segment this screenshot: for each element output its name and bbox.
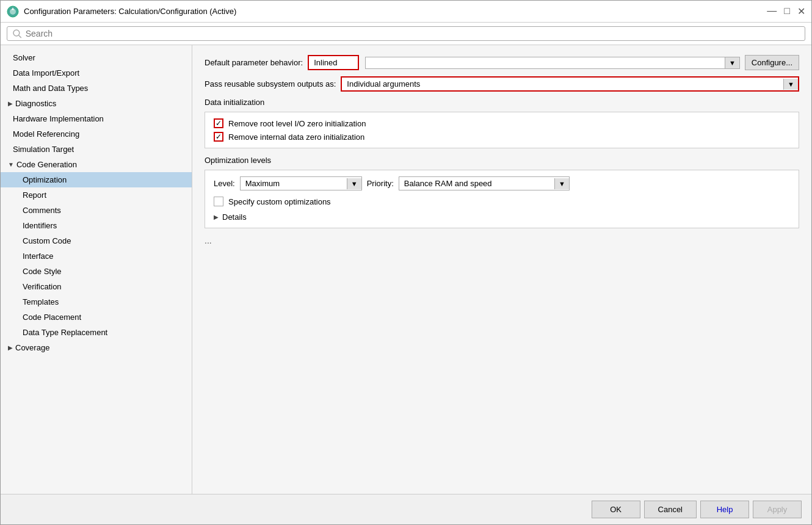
code-generation-label: Code Generation <box>16 160 77 169</box>
sidebar-item-hardware-implementation[interactable]: Hardware Implementation <box>1 111 192 126</box>
param-behavior-label: Default parameter behavior: <box>205 58 303 67</box>
title-bar-left: Configuration Parameters: Calculation/Co… <box>7 5 236 18</box>
title-bar: Configuration Parameters: Calculation/Co… <box>1 1 811 23</box>
checkbox2-label: Remove internal data zero initialization <box>228 132 364 142</box>
sidebar-item-identifiers[interactable]: Identifiers <box>1 218 192 233</box>
svg-point-2 <box>13 30 20 36</box>
priority-value: Balance RAM and speed <box>399 177 554 190</box>
sidebar-item-optimization[interactable]: Optimization <box>1 172 192 187</box>
help-button[interactable]: Help <box>700 501 749 518</box>
content-panel: Default parameter behavior: Inlined ▼ Co… <box>192 45 811 494</box>
ellipsis: ... <box>205 236 799 245</box>
main-content: Solver Data Import/Export Math and Data … <box>1 45 811 494</box>
search-wrapper <box>7 26 805 41</box>
sidebar: Solver Data Import/Export Math and Data … <box>1 45 192 494</box>
sidebar-item-code-placement[interactable]: Code Placement <box>1 310 192 325</box>
app-icon <box>7 5 19 18</box>
sidebar-item-interface[interactable]: Interface <box>1 248 192 264</box>
pass-subsystem-value: Individual arguments <box>342 78 783 90</box>
sidebar-item-solver[interactable]: Solver <box>1 50 192 65</box>
close-button[interactable]: ✕ <box>797 5 805 17</box>
code-generation-triangle: ▼ <box>8 161 14 168</box>
main-window: Configuration Parameters: Calculation/Co… <box>0 0 812 525</box>
window-title: Configuration Parameters: Calculation/Co… <box>24 7 236 16</box>
pass-subsystem-dropdown-btn[interactable]: ▼ <box>783 79 798 90</box>
param-behavior-extra <box>366 61 725 65</box>
pass-subsystem-dropdown[interactable]: Individual arguments ▼ <box>341 76 799 92</box>
details-row[interactable]: ▶ Details <box>214 212 790 222</box>
sidebar-item-report[interactable]: Report <box>1 187 192 203</box>
sidebar-item-data-type-replacement[interactable]: Data Type Replacement <box>1 325 192 340</box>
param-behavior-dropdown-btn[interactable]: ▼ <box>725 57 739 68</box>
custom-opt-label: Specify custom optimizations <box>228 197 331 206</box>
sidebar-item-verification[interactable]: Verification <box>1 279 192 294</box>
svg-line-3 <box>19 35 21 38</box>
level-label: Level: <box>214 179 235 188</box>
level-dropdown[interactable]: Maximum ▼ <box>240 176 362 190</box>
data-init-title: Data initialization <box>205 98 799 107</box>
search-bar <box>1 23 811 45</box>
opt-levels-title: Optimization levels <box>205 156 799 165</box>
priority-dropdown[interactable]: Balance RAM and speed ▼ <box>399 176 570 190</box>
priority-label: Priority: <box>367 179 394 188</box>
checkbox2[interactable] <box>214 132 223 142</box>
sidebar-item-data-import-export[interactable]: Data Import/Export <box>1 65 192 81</box>
checkbox1-label: Remove root level I/O zero initializatio… <box>228 119 366 128</box>
level-priority-row: Level: Maximum ▼ Priority: Balance RAM a… <box>214 176 790 190</box>
diagnostics-triangle: ▶ <box>8 100 13 107</box>
checkbox2-row: Remove internal data zero initialization <box>214 132 790 142</box>
sidebar-item-code-style[interactable]: Code Style <box>1 264 192 279</box>
bottom-bar: OK Cancel Help Apply <box>1 494 811 524</box>
custom-opt-row: Specify custom optimizations <box>214 197 790 206</box>
ok-button[interactable]: OK <box>592 501 640 518</box>
level-dropdown-btn[interactable]: ▼ <box>347 178 361 189</box>
sidebar-item-simulation-target[interactable]: Simulation Target <box>1 142 192 157</box>
pass-subsystem-label: Pass reusable subsystem outputs as: <box>205 79 336 89</box>
details-triangle: ▶ <box>214 214 219 220</box>
search-icon <box>12 29 22 38</box>
pass-subsystem-row: Pass reusable subsystem outputs as: Indi… <box>205 76 799 92</box>
opt-levels-box: Level: Maximum ▼ Priority: Balance RAM a… <box>205 170 799 228</box>
sidebar-item-model-referencing[interactable]: Model Referencing <box>1 126 192 142</box>
sidebar-item-comments[interactable]: Comments <box>1 203 192 218</box>
sidebar-item-templates[interactable]: Templates <box>1 294 192 310</box>
configure-button[interactable]: Configure... <box>745 55 799 70</box>
sidebar-item-math-data-types[interactable]: Math and Data Types <box>1 81 192 96</box>
checkbox1-row: Remove root level I/O zero initializatio… <box>214 118 790 128</box>
sidebar-item-code-generation[interactable]: ▼ Code Generation <box>1 157 192 172</box>
param-behavior-row: Default parameter behavior: Inlined ▼ Co… <box>205 55 799 70</box>
level-value: Maximum <box>241 177 347 190</box>
diagnostics-label: Diagnostics <box>15 99 56 108</box>
title-controls: — □ ✕ <box>767 5 805 17</box>
apply-button[interactable]: Apply <box>753 501 802 518</box>
param-behavior-dropdown[interactable]: Inlined <box>308 55 359 70</box>
search-input[interactable] <box>26 29 800 38</box>
minimize-button[interactable]: — <box>767 5 777 17</box>
sidebar-item-custom-code[interactable]: Custom Code <box>1 233 192 248</box>
details-label: Details <box>222 212 247 222</box>
priority-dropdown-btn[interactable]: ▼ <box>554 178 569 189</box>
checkbox1[interactable] <box>214 118 223 128</box>
cancel-button[interactable]: Cancel <box>644 501 697 518</box>
coverage-label: Coverage <box>15 343 49 352</box>
sidebar-item-coverage[interactable]: ▶ Coverage <box>1 340 192 355</box>
sidebar-item-diagnostics[interactable]: ▶ Diagnostics <box>1 96 192 111</box>
data-init-box: Remove root level I/O zero initializatio… <box>205 112 799 148</box>
param-behavior-value: Inlined <box>309 56 358 69</box>
maximize-button[interactable]: □ <box>784 5 790 17</box>
coverage-triangle: ▶ <box>8 344 13 351</box>
custom-opt-checkbox[interactable] <box>214 197 223 206</box>
